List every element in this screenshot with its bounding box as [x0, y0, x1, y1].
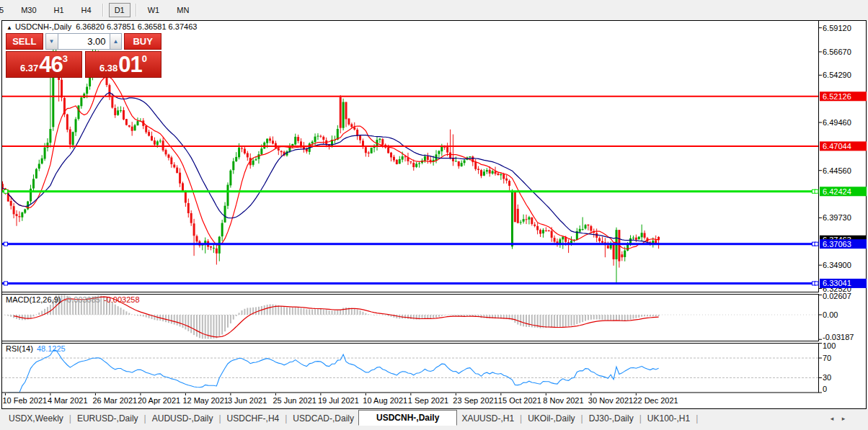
svg-text:6.39730: 6.39730: [823, 213, 851, 222]
timeframe-toolbar: 5M30H1H4D1W1MN: [0, 0, 868, 20]
ask-price-big: 01: [118, 52, 141, 77]
svg-text:10 Feb 2021: 10 Feb 2021: [2, 396, 47, 405]
svg-text:1 Sep 2021: 1 Sep 2021: [408, 396, 448, 405]
tab-separator: |: [217, 412, 222, 425]
rsi-indicator-label: RSI(14)48.1225: [6, 344, 66, 353]
chart-ohlc-values: 6.36820 6.37851 6.36581 6.37463: [76, 22, 197, 31]
svg-text:6.47044: 6.47044: [823, 142, 851, 151]
svg-text:19 Jul 2021: 19 Jul 2021: [318, 396, 359, 405]
ask-price-prefix: 6.38: [99, 63, 118, 73]
tab-usdcnh-daily[interactable]: USDCNH-,Daily: [358, 410, 457, 426]
svg-text:25 Jun 2021: 25 Jun 2021: [273, 396, 316, 405]
tab-usdchf-h4[interactable]: USDCHF-,H4: [223, 412, 284, 425]
timeframe-button-w1[interactable]: W1: [142, 3, 166, 17]
svg-text:0: 0: [823, 385, 827, 393]
buy-button[interactable]: BUY: [124, 33, 161, 50]
svg-text:-0.03187: -0.03187: [823, 333, 854, 341]
svg-text:6.42424: 6.42424: [823, 187, 851, 196]
svg-text:0.00: 0.00: [823, 310, 838, 319]
tab-dj30-daily[interactable]: DJ30-,Daily: [585, 412, 638, 425]
chart-tabs: USDX,Weekly|EURUSD-,Daily|AUDUSD-,Daily|…: [0, 411, 868, 425]
svg-text:6.59120: 6.59120: [823, 24, 851, 32]
chart-title: ▲USDCNH-,Daily6.36820 6.37851 6.36581 6.…: [6, 22, 197, 31]
svg-text:70: 70: [823, 354, 831, 362]
bid-price-sup: 3: [63, 53, 68, 77]
svg-text:8 Nov 2021: 8 Nov 2021: [543, 396, 583, 405]
tab-separator: |: [580, 412, 585, 425]
svg-text:30 Nov 2021: 30 Nov 2021: [588, 396, 633, 405]
timeframe-button-d1[interactable]: D1: [109, 3, 130, 17]
volume-decrease-button[interactable]: ▼: [45, 33, 58, 50]
svg-text:100: 100: [823, 341, 836, 350]
svg-text:6.44560: 6.44560: [823, 166, 851, 175]
svg-text:30: 30: [823, 373, 831, 382]
collapse-triangle-icon[interactable]: ▲: [6, 24, 12, 31]
svg-text:15 Oct 2021: 15 Oct 2021: [498, 396, 541, 405]
timeframe-button-h4[interactable]: H4: [76, 3, 97, 17]
volume-increase-button[interactable]: ▲: [110, 33, 123, 50]
timeframe-button-mn[interactable]: MN: [171, 3, 195, 17]
tab-separator: |: [283, 412, 288, 425]
svg-text:6.37063: 6.37063: [823, 240, 851, 248]
tab-scroll-buttons: ◂ ▸: [826, 413, 849, 424]
tab-separator: |: [638, 412, 643, 425]
svg-text:6.33041: 6.33041: [823, 279, 851, 287]
svg-text:6.34900: 6.34900: [823, 261, 851, 269]
tab-separator: |: [518, 412, 523, 425]
rsi-name: RSI(14): [6, 344, 33, 353]
macd-name: MACD(12,26,9): [6, 295, 61, 304]
timeframe-button-m30[interactable]: M30: [15, 3, 42, 17]
ask-price-sup: 0: [142, 53, 147, 77]
toolbar-separator: [102, 4, 104, 17]
bid-price-prefix: 6.37: [20, 63, 38, 73]
chart-symbol-period: USDCNH-,Daily: [15, 22, 71, 31]
tab-eurusd-daily[interactable]: EURUSD-,Daily: [73, 412, 143, 425]
svg-text:22 Dec 2021: 22 Dec 2021: [633, 396, 678, 405]
tab-scroll-right-icon[interactable]: ▸: [838, 413, 849, 424]
tab-ukoil-daily[interactable]: UKOil-,Daily: [523, 412, 579, 425]
tab-scroll-left-icon[interactable]: ◂: [826, 413, 838, 424]
svg-text:26 Mar 2021: 26 Mar 2021: [92, 396, 137, 405]
chart-tab-bar: USDX,Weekly|EURUSD-,Daily|AUDUSD-,Daily|…: [0, 411, 868, 430]
svg-text:6.52126: 6.52126: [823, 92, 851, 101]
bid-price-panel[interactable]: 6.37 46 3: [6, 51, 82, 78]
bid-price-big: 46: [39, 52, 62, 77]
svg-text:3 Jun 2021: 3 Jun 2021: [228, 396, 267, 405]
tab-xauusd-h1[interactable]: XAUUSD-,H1: [457, 412, 518, 425]
tab-usdx-weekly[interactable]: USDX,Weekly: [4, 412, 68, 425]
rsi-value: 48.1225: [37, 344, 66, 353]
volume-input[interactable]: [58, 33, 110, 50]
ask-price-panel[interactable]: 6.38 01 0: [85, 51, 161, 78]
tab-audusd-daily[interactable]: AUDUSD-,Daily: [148, 412, 218, 425]
svg-text:4 Mar 2021: 4 Mar 2021: [48, 396, 88, 405]
svg-text:23 Sep 2021: 23 Sep 2021: [453, 396, 497, 405]
svg-text:6.49460: 6.49460: [823, 118, 851, 127]
sell-button[interactable]: SELL: [6, 33, 43, 50]
svg-text:6.56670: 6.56670: [823, 48, 851, 56]
tab-usdcad-daily[interactable]: USDCAD-,Daily: [288, 412, 358, 425]
svg-text:0.02607: 0.02607: [823, 292, 851, 300]
svg-text:12 May 2021: 12 May 2021: [182, 396, 229, 405]
tab-separator: |: [694, 412, 699, 425]
timeframe-button-5[interactable]: 5: [0, 3, 9, 17]
macd-indicator-label: MACD(12,26,9)-0.003085-0.003258: [6, 295, 140, 304]
application-window: 5M30H1H4D1W1MN 6.591206.566706.542906.49…: [0, 0, 868, 430]
tab-separator: |: [68, 412, 73, 425]
timeframe-button-h1[interactable]: H1: [48, 3, 70, 17]
svg-text:10 Aug 2021: 10 Aug 2021: [363, 396, 407, 405]
tab-separator: |: [143, 412, 148, 425]
macd-signal-value: -0.003258: [104, 295, 140, 304]
macd-main-value: -0.003085: [64, 295, 100, 304]
one-click-trade-widget: SELL ▼ ▲ BUY 6.37 46 3 6.38 01 0: [6, 33, 161, 78]
svg-text:6.54290: 6.54290: [823, 71, 851, 79]
tab-uk100-h1[interactable]: UK100-,H1: [643, 412, 694, 425]
svg-text:20 Apr 2021: 20 Apr 2021: [138, 396, 180, 405]
toolbar-separator: [136, 4, 137, 17]
